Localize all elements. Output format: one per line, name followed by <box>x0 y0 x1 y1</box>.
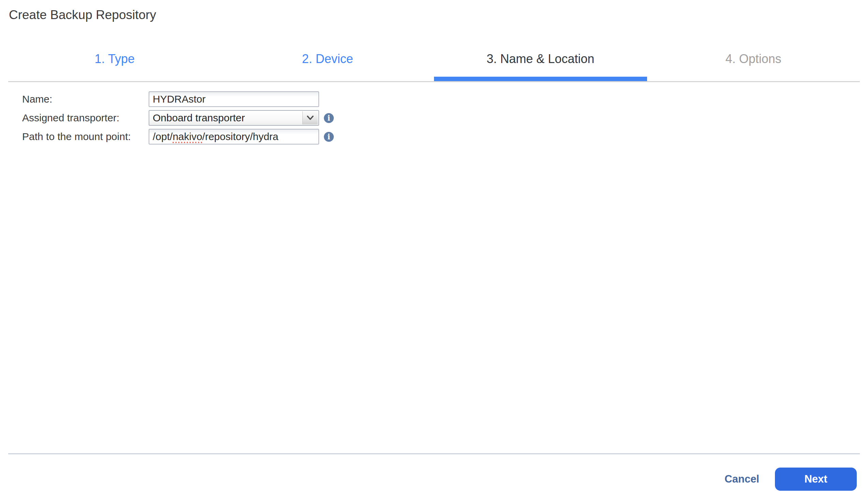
path-segment: /opt/ <box>153 131 173 143</box>
transporter-select[interactable]: Onboard transporter <box>149 110 319 126</box>
footer-actions: Cancel Next <box>724 468 857 491</box>
transporter-info-icon[interactable]: i <box>324 113 334 123</box>
next-button[interactable]: Next <box>775 468 857 491</box>
cancel-button[interactable]: Cancel <box>724 473 759 485</box>
name-label: Name: <box>22 91 149 107</box>
path-label: Path to the mount point: <box>22 129 149 145</box>
path-info-icon[interactable]: i <box>324 132 334 142</box>
chevron-down-icon[interactable] <box>302 112 318 124</box>
form-row-name: Name: <box>22 91 334 107</box>
wizard-steps-bar: 1. Type 2. Device 3. Name & Location 4. … <box>8 41 860 82</box>
tab-step-device[interactable]: 2. Device <box>221 41 434 81</box>
name-input[interactable] <box>149 91 319 107</box>
tab-step-type[interactable]: 1. Type <box>8 41 221 81</box>
path-segment-misspelled: nakivo <box>173 131 202 143</box>
tab-step-name-location[interactable]: 3. Name & Location <box>434 41 647 81</box>
path-input[interactable]: /opt/nakivo/repository/hydra <box>149 129 319 145</box>
form-row-path: Path to the mount point: /opt/nakivo/rep… <box>22 129 334 145</box>
tab-step-options: 4. Options <box>647 41 860 81</box>
footer-divider <box>8 453 860 454</box>
name-location-form: Name: Assigned transporter: Onboard tran… <box>22 91 334 148</box>
page-title: Create Backup Repository <box>9 8 156 22</box>
form-row-transporter: Assigned transporter: Onboard transporte… <box>22 110 334 126</box>
path-segment: /repository/hydra <box>202 131 278 143</box>
transporter-label: Assigned transporter: <box>22 110 149 126</box>
transporter-selected-value: Onboard transporter <box>153 111 299 125</box>
